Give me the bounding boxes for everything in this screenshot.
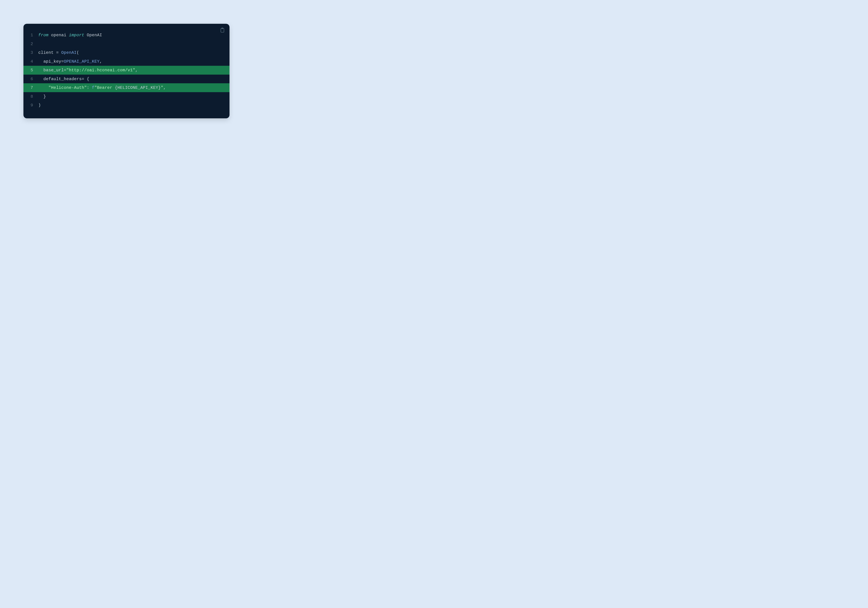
line-text: default_headers= { [34,77,89,81]
code-line: 2 [23,40,229,48]
line-text: ) [34,103,41,108]
line-number: 5 [23,68,34,73]
line-text: base_url="http://oai.hconeai.com/v1", [34,68,138,73]
code-line: 6 default_headers= { [23,74,229,84]
code-block: 1 from openai import OpenAI 2 3 client =… [23,24,229,118]
line-number: 3 [23,50,34,55]
line-number: 4 [23,59,34,64]
line-text: api_key=OPENAI_API_KEY, [34,59,102,64]
code-line: 3 client = OpenAI( [23,48,229,57]
line-number: 8 [23,94,34,99]
code-content: 1 from openai import OpenAI 2 3 client =… [23,31,229,110]
code-line: 1 from openai import OpenAI [23,31,229,40]
line-text: from openai import OpenAI [34,33,102,37]
line-number: 2 [23,42,34,46]
code-line-highlighted: 5 base_url="http://oai.hconeai.com/v1", [23,66,229,74]
line-number: 1 [23,33,34,37]
line-number: 9 [23,103,34,108]
line-number: 6 [23,77,34,81]
code-line: 4 api_key=OPENAI_API_KEY, [23,57,229,66]
code-line: 9 ) [23,101,229,110]
line-text: client = OpenAI( [34,50,79,55]
line-text: } [34,94,46,99]
code-line-highlighted: 7 "Helicone-Auth": f"Bearer {HELICONE_AP… [23,83,229,92]
line-number: 7 [23,85,34,90]
code-line: 8 } [23,92,229,101]
line-text: "Helicone-Auth": f"Bearer {HELICONE_API_… [34,85,166,90]
